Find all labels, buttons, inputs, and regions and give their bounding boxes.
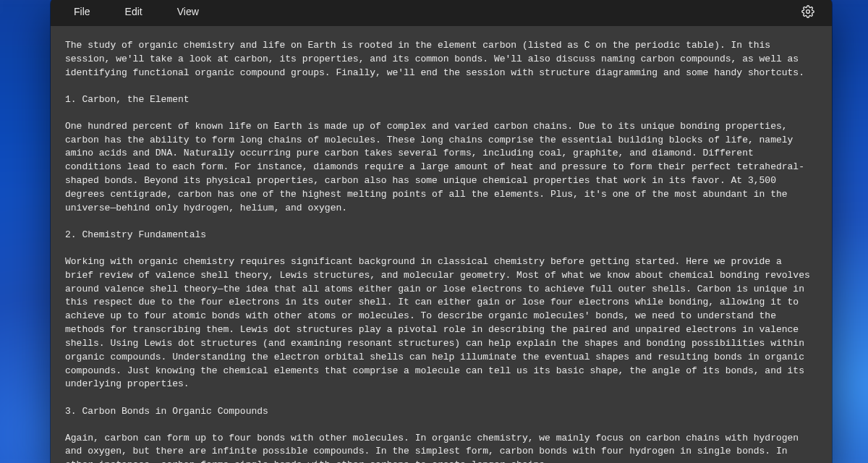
text-editor-window: File Edit View The study of organic chem…	[51, 0, 832, 463]
menu-view[interactable]: View	[167, 1, 209, 22]
menu-bar: File Edit View	[51, 0, 832, 26]
editor-content[interactable]: The study of organic chemistry and life …	[51, 26, 832, 463]
document-paragraph: 3. Carbon Bonds in Organic Compounds	[65, 405, 812, 419]
document-paragraph: The study of organic chemistry and life …	[65, 39, 812, 80]
menu-edit[interactable]: Edit	[115, 1, 153, 22]
gear-icon	[801, 5, 814, 18]
settings-button[interactable]	[797, 1, 819, 22]
document-paragraph: One hundred percent of known life on Ear…	[65, 120, 812, 216]
editor-viewport: The study of organic chemistry and life …	[51, 26, 832, 463]
menu-file[interactable]: File	[64, 1, 101, 22]
document-paragraph: 2. Chemistry Fundamentals	[65, 229, 812, 242]
document-paragraph: Again, carbon can form up to four bonds …	[65, 432, 812, 463]
svg-point-0	[807, 10, 810, 14]
document-paragraph: 1. Carbon, the Element	[65, 93, 812, 107]
document-paragraph: Working with organic chemistry requires …	[65, 255, 812, 391]
